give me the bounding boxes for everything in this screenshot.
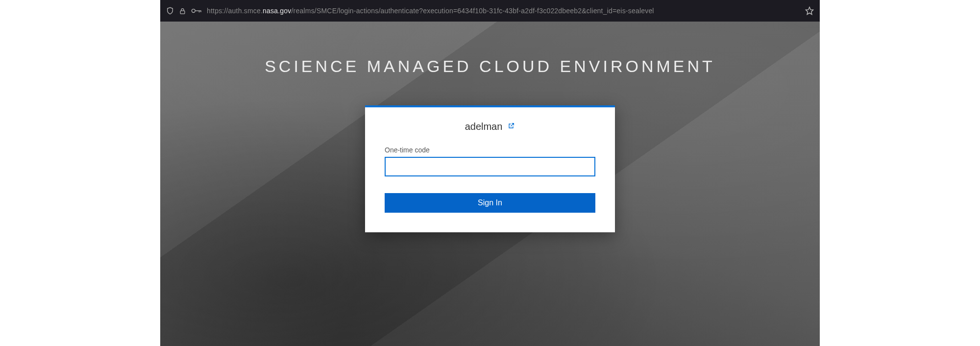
- browser-viewport: https://auth.smce.nasa.gov/realms/SMCE/l…: [160, 0, 820, 346]
- otp-input[interactable]: [385, 157, 595, 176]
- otp-label: One-time code: [385, 146, 595, 154]
- svg-marker-5: [806, 7, 813, 15]
- shield-icon[interactable]: [166, 7, 174, 15]
- url-domain: nasa.gov: [263, 7, 291, 15]
- url-bar: https://auth.smce.nasa.gov/realms/SMCE/l…: [160, 0, 820, 22]
- key-icon[interactable]: [191, 7, 202, 14]
- page-inner: SCIENCE MANAGED CLOUD ENVIRONMENT adelma…: [160, 22, 820, 232]
- url-suffix: /realms/SMCE/login-actions/authenticate?…: [292, 7, 654, 15]
- svg-point-1: [192, 9, 195, 13]
- signin-button[interactable]: Sign In: [385, 193, 595, 213]
- page-title: SCIENCE MANAGED CLOUD ENVIRONMENT: [265, 57, 715, 76]
- username-row: adelman: [385, 121, 595, 132]
- login-card: adelman One-time code Sign In: [365, 105, 615, 232]
- url-prefix: https://auth.smce.: [207, 7, 263, 15]
- svg-rect-0: [180, 10, 185, 13]
- switch-user-icon[interactable]: [507, 121, 515, 132]
- lock-icon[interactable]: [179, 7, 186, 15]
- url-text[interactable]: https://auth.smce.nasa.gov/realms/SMCE/l…: [207, 7, 796, 15]
- username-text: adelman: [465, 121, 503, 132]
- page-content: SCIENCE MANAGED CLOUD ENVIRONMENT adelma…: [160, 22, 820, 346]
- bookmark-star-icon[interactable]: [805, 6, 814, 15]
